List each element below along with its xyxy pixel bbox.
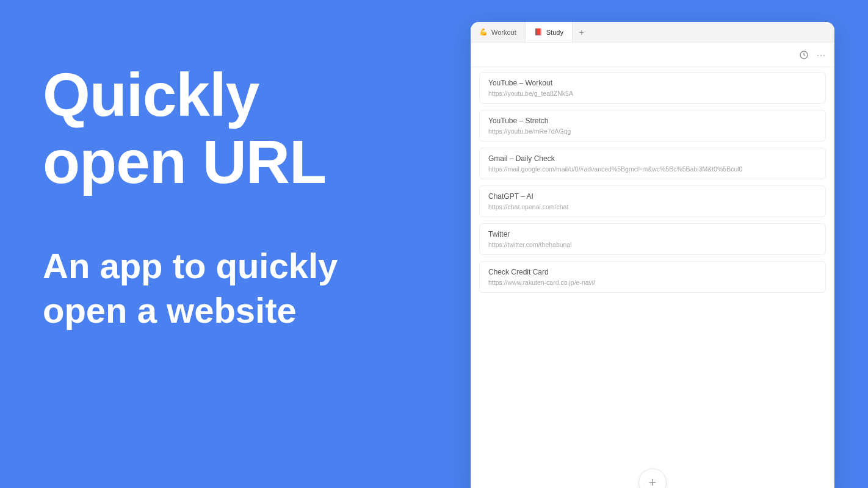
item-url: https://youtu.be/mRe7dAGqg [488, 127, 817, 135]
dots-icon: ··· [817, 50, 826, 60]
item-url: https://www.rakuten-card.co.jp/e-navi/ [488, 279, 817, 286]
more-button[interactable]: ··· [817, 50, 826, 60]
subline: An app to quickly open a website [43, 244, 338, 332]
clock-icon [799, 50, 809, 60]
plus-icon: + [579, 27, 584, 37]
item-url: https://youtu.be/g_tea8ZNk5A [488, 90, 817, 97]
list-item[interactable]: Twitter https://twitter.com/thehabunal [479, 223, 826, 255]
tab-label: Workout [491, 29, 516, 36]
add-tab-button[interactable]: + [573, 22, 591, 42]
headline-line-2: open URL [43, 128, 338, 195]
url-list: YouTube – Workout https://youtu.be/g_tea… [471, 67, 834, 488]
item-title: Gmail – Daily Check [488, 154, 817, 163]
book-icon: 📕 [534, 29, 543, 35]
item-title: YouTube – Stretch [488, 117, 817, 125]
item-title: YouTube – Workout [488, 79, 817, 87]
list-item[interactable]: Gmail – Daily Check https://mail.google.… [479, 148, 826, 179]
subline-line-1: An app to quickly [43, 244, 338, 289]
tab-study[interactable]: 📕 Study [526, 22, 573, 42]
item-title: Check Credit Card [488, 268, 817, 276]
headline-line-1: Quickly [43, 61, 338, 128]
hero-text: Quickly open URL An app to quickly open … [43, 61, 338, 332]
tab-bar: 💪 Workout 📕 Study + [471, 22, 834, 43]
subline-line-2: open a website [43, 289, 338, 333]
plus-icon: + [649, 475, 657, 488]
history-button[interactable] [798, 49, 809, 60]
item-url: https://chat.openai.com/chat [488, 203, 817, 210]
tab-workout[interactable]: 💪 Workout [471, 22, 526, 42]
list-item[interactable]: ChatGPT – AI https://chat.openai.com/cha… [479, 185, 826, 217]
list-item[interactable]: YouTube – Workout https://youtu.be/g_tea… [479, 72, 826, 104]
list-item[interactable]: YouTube – Stretch https://youtu.be/mRe7d… [479, 110, 826, 142]
toolbar: ··· [471, 43, 834, 67]
item-title: ChatGPT – AI [488, 192, 817, 201]
app-window: 💪 Workout 📕 Study + ··· YouTube – Workou… [471, 22, 834, 488]
headline: Quickly open URL [43, 61, 338, 195]
item-url: https://twitter.com/thehabunal [488, 241, 817, 248]
list-item[interactable]: Check Credit Card https://www.rakuten-ca… [479, 261, 826, 293]
item-url: https://mail.google.com/mail/u/0/#advanc… [488, 165, 817, 173]
item-title: Twitter [488, 230, 817, 239]
tab-label: Study [546, 29, 563, 36]
flex-icon: 💪 [479, 29, 488, 35]
